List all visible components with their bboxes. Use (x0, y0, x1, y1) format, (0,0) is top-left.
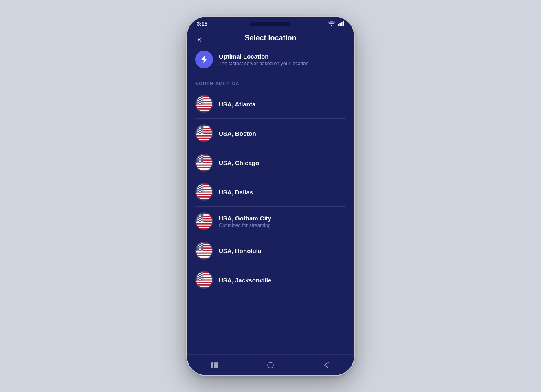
flag-usa (195, 242, 213, 260)
svg-point-321 (202, 273, 202, 274)
svg-point-238 (200, 218, 201, 219)
svg-point-265 (200, 243, 200, 244)
svg-point-66 (201, 126, 202, 126)
svg-rect-210 (196, 225, 212, 226)
svg-point-237 (199, 218, 200, 219)
svg-point-218 (197, 214, 198, 215)
flag-usa (195, 183, 213, 201)
status-icons (328, 21, 344, 26)
app-screen: 3:15 (187, 17, 354, 375)
list-item[interactable]: USA, Jacksonville (187, 265, 354, 295)
svg-point-65 (200, 126, 200, 126)
svg-rect-56 (196, 126, 212, 128)
svg-point-131 (197, 159, 198, 159)
list-item[interactable]: USA, Dallas (187, 177, 354, 207)
nav-back[interactable] (318, 357, 334, 373)
svg-point-252 (201, 221, 202, 222)
close-button[interactable]: × (195, 34, 203, 45)
svg-point-264 (198, 243, 199, 244)
svg-point-143 (201, 161, 202, 161)
svg-point-266 (201, 243, 202, 244)
svg-point-285 (202, 247, 203, 247)
location-text: USA, Honolulu (219, 247, 262, 254)
svg-point-201 (200, 192, 200, 192)
list-item[interactable]: USA, Gotham City Optimized for streaming (187, 207, 354, 236)
svg-point-332 (198, 276, 199, 277)
svg-point-243 (201, 219, 202, 220)
svg-point-50 (198, 104, 199, 104)
svg-point-195 (197, 191, 198, 192)
optimal-location-item[interactable]: Optimal Location The fastest server base… (195, 51, 346, 68)
svg-point-169 (199, 185, 200, 186)
nav-recent-apps[interactable] (207, 357, 223, 373)
svg-point-322 (197, 274, 198, 275)
svg-rect-11 (196, 110, 212, 111)
svg-point-231 (197, 217, 198, 218)
svg-point-151 (200, 162, 200, 163)
svg-point-21 (202, 97, 202, 98)
svg-point-247 (200, 220, 201, 221)
svg-point-274 (200, 245, 200, 246)
svg-point-234 (201, 217, 202, 218)
location-name: USA, Atlanta (219, 101, 255, 108)
nav-home[interactable] (262, 357, 279, 373)
svg-point-302 (201, 250, 202, 251)
location-text: USA, Atlanta (219, 101, 255, 108)
svg-rect-10 (196, 107, 212, 108)
svg-point-215 (200, 214, 200, 214)
svg-point-273 (198, 245, 199, 246)
svg-point-253 (202, 221, 203, 222)
svg-point-46 (199, 103, 200, 104)
svg-rect-256 (196, 244, 212, 245)
locations-list[interactable]: USA, Atlanta (187, 89, 354, 354)
svg-point-132 (198, 159, 199, 159)
svg-point-88 (200, 130, 201, 131)
svg-point-190 (197, 190, 198, 191)
svg-point-100 (198, 133, 199, 134)
svg-point-287 (199, 248, 200, 249)
svg-rect-306 (196, 273, 212, 274)
svg-rect-259 (196, 251, 212, 253)
svg-point-17 (202, 96, 203, 97)
list-item[interactable]: USA, Atlanta (187, 89, 354, 119)
svg-point-86 (197, 130, 198, 131)
svg-point-232 (198, 217, 199, 218)
svg-point-288 (200, 248, 201, 249)
svg-point-182 (198, 188, 199, 189)
svg-point-63 (197, 126, 198, 126)
svg-point-320 (200, 273, 201, 274)
svg-point-42 (200, 102, 200, 103)
svg-rect-209 (196, 222, 212, 223)
svg-point-67 (202, 126, 203, 126)
svg-rect-109 (196, 163, 212, 165)
location-text: USA, Dallas (219, 189, 253, 196)
location-text: USA, Boston (219, 130, 256, 137)
svg-rect-355 (214, 362, 216, 368)
svg-point-68 (197, 126, 198, 127)
svg-point-344 (202, 278, 203, 279)
list-item[interactable]: USA, Boston (187, 119, 354, 148)
svg-point-292 (200, 249, 200, 249)
svg-point-217 (202, 214, 203, 214)
svg-point-24 (200, 98, 200, 99)
location-text: USA, Chicago (219, 159, 259, 166)
svg-point-224 (200, 216, 200, 216)
svg-point-72 (197, 128, 198, 128)
svg-point-301 (200, 250, 200, 251)
svg-point-139 (202, 160, 202, 161)
svg-point-229 (200, 216, 201, 217)
svg-point-119 (199, 156, 200, 156)
list-item[interactable]: USA, Honolulu (187, 236, 354, 265)
svg-point-144 (202, 161, 203, 161)
svg-point-233 (200, 217, 200, 218)
svg-point-336 (197, 277, 198, 278)
svg-point-294 (202, 249, 203, 249)
svg-rect-106 (196, 156, 212, 157)
list-item[interactable]: USA, Chicago (187, 148, 354, 177)
optimal-text: Optimal Location The fastest server base… (219, 53, 308, 66)
svg-point-140 (197, 161, 198, 161)
svg-point-226 (202, 216, 203, 216)
svg-point-16 (201, 96, 202, 97)
svg-point-187 (199, 189, 200, 190)
svg-point-93 (201, 131, 202, 132)
